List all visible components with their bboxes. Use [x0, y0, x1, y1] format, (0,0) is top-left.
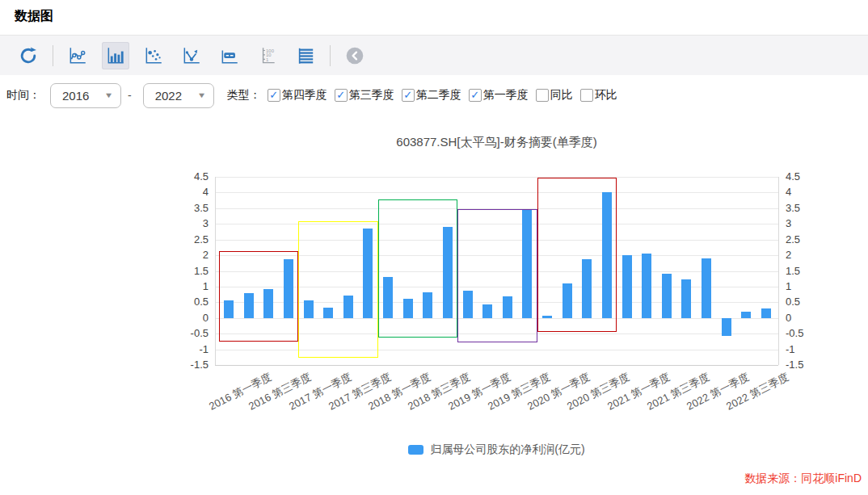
- chart-title: 603877.SH[太平鸟]-财务摘要(单季度): [215, 135, 778, 150]
- annotation-box-3: [378, 199, 458, 338]
- toolbar: 100101: [0, 36, 868, 76]
- refresh-icon[interactable]: [15, 42, 42, 69]
- year-to-value: 2022: [155, 89, 182, 103]
- y-axis-line: [215, 177, 216, 365]
- y-axis-tick-right: 1: [786, 279, 821, 294]
- scatter-chart-icon[interactable]: [140, 42, 167, 69]
- trend-line-icon[interactable]: [178, 42, 205, 69]
- bar-chart-icon[interactable]: [102, 42, 129, 69]
- type-checkbox-group: ✓第四季度✓第三季度✓第二季度✓第一季度同比环比: [268, 88, 617, 103]
- year-from-value: 2016: [62, 89, 89, 103]
- log-axis-icon[interactable]: 100101: [254, 42, 281, 69]
- chevron-down-icon: ▼: [196, 91, 206, 99]
- annotation-box-2: [298, 221, 378, 358]
- bar-2022 第三季度: [741, 312, 751, 318]
- checkbox-label: 第一季度: [483, 88, 529, 103]
- y-axis-line-right: [778, 177, 779, 365]
- y-axis-tick-left: -1: [173, 342, 209, 357]
- y-axis-tick-left: 0: [173, 311, 209, 325]
- range-separator: -: [128, 89, 132, 102]
- gridline: [215, 177, 778, 178]
- checkbox-label: 第三季度: [349, 88, 394, 103]
- y-axis-tick-left: 1: [173, 279, 209, 294]
- bar-2021 第四季度: [681, 279, 691, 318]
- y-axis-tick-left: 3: [173, 216, 209, 231]
- bar-2022 第一季度: [702, 258, 711, 318]
- y-axis-tick-right: 0: [786, 311, 821, 325]
- toolbar-icons: 100101: [0, 36, 868, 75]
- checkbox-checked-icon[interactable]: ✓: [268, 89, 280, 102]
- checkbox-unchecked-icon[interactable]: [536, 89, 549, 102]
- y-axis-tick-left: 0.5: [173, 295, 209, 309]
- svg-text:1: 1: [266, 57, 269, 61]
- year-from-select[interactable]: 2016 ▼: [50, 83, 121, 108]
- chevron-down-icon: ▼: [104, 91, 114, 99]
- legend-item[interactable]: 归属母公司股东的净利润(亿元): [408, 443, 584, 457]
- year-to-select[interactable]: 2022 ▼: [143, 83, 214, 108]
- type-checkbox-同比[interactable]: 同比: [536, 88, 573, 103]
- type-checkbox-第一季度[interactable]: ✓第一季度: [469, 88, 529, 103]
- annotation-box-1: [219, 251, 299, 342]
- page-title: 数据图: [15, 8, 53, 25]
- filter-bar: 时间： 2016 ▼ - 2022 ▼ 类型： ✓第四季度✓第三季度✓第二季度✓…: [0, 75, 868, 115]
- type-checkbox-环比[interactable]: 环比: [580, 88, 617, 103]
- toolbar-separator: [53, 45, 53, 66]
- y-axis-tick-right: -0.5: [786, 326, 821, 341]
- legend-marker-icon: [408, 445, 423, 455]
- collapse-icon[interactable]: [341, 42, 369, 69]
- checkbox-checked-icon[interactable]: ✓: [469, 89, 482, 102]
- y-axis-tick-right: 2.5: [786, 233, 821, 247]
- bar-2021 第一季度: [622, 255, 632, 318]
- y-axis-tick-left: 4: [173, 185, 209, 199]
- y-axis-tick-left: 2.5: [173, 233, 209, 247]
- annotation-box-4: [457, 209, 537, 342]
- y-axis-tick-left: 3.5: [173, 201, 209, 216]
- header: 数据图: [0, 0, 868, 36]
- bar-2021 第二季度: [642, 254, 651, 318]
- checkbox-unchecked-icon[interactable]: [580, 89, 593, 102]
- checkbox-label: 同比: [550, 88, 573, 103]
- checkbox-checked-icon[interactable]: ✓: [402, 89, 415, 102]
- checkbox-label: 第二季度: [416, 88, 461, 103]
- y-axis-tick-right: -1: [786, 342, 821, 357]
- toolbar-separator: [330, 45, 331, 66]
- gridline: [215, 365, 778, 366]
- y-axis-tick-left: -1.5: [173, 358, 209, 372]
- annotation-box-5: [537, 178, 617, 332]
- checkbox-checked-icon[interactable]: ✓: [335, 89, 348, 102]
- type-checkbox-第三季度[interactable]: ✓第三季度: [335, 88, 394, 103]
- y-axis-tick-left: -0.5: [173, 326, 209, 341]
- checkbox-label: 环比: [595, 88, 617, 103]
- page: 数据图 100101 时间： 2016 ▼ - 2022 ▼ 类型： ✓第四季度…: [0, 0, 868, 495]
- y-axis-tick-left: 4.5: [173, 170, 209, 184]
- y-axis-tick-right: 3.5: [786, 201, 821, 216]
- type-checkbox-第四季度[interactable]: ✓第四季度: [268, 88, 327, 103]
- time-label: 时间：: [6, 88, 40, 103]
- line-chart-icon[interactable]: [64, 42, 91, 69]
- y-axis-tick-right: 3: [786, 216, 821, 231]
- legend: 归属母公司股东的净利润(亿元): [215, 443, 778, 457]
- bar-2022 第二季度: [722, 318, 731, 337]
- data-table-icon[interactable]: [292, 42, 319, 69]
- bar-2021 第三季度: [662, 274, 672, 317]
- y-axis-tick-right: -1.5: [786, 358, 821, 372]
- legend-label: 归属母公司股东的净利润(亿元): [430, 443, 584, 457]
- type-label: 类型：: [227, 88, 261, 103]
- checkbox-label: 第四季度: [282, 88, 327, 103]
- data-source-note: 数据来源：同花顺iFinD: [744, 472, 862, 486]
- data-label-icon[interactable]: [216, 42, 243, 69]
- y-axis-tick-right: 0.5: [786, 295, 821, 309]
- gridline: [215, 192, 778, 193]
- bar-2022 第四季度: [761, 308, 771, 318]
- y-axis-tick-left: 1.5: [173, 264, 209, 279]
- y-axis-tick-right: 2: [786, 248, 821, 262]
- chart-area: 603877.SH[太平鸟]-财务摘要(单季度) 归属母公司股东的净利润(亿元)…: [0, 115, 868, 495]
- y-axis-tick-right: 4.5: [786, 170, 821, 184]
- y-axis-tick-right: 4: [786, 185, 821, 199]
- y-axis-tick-right: 1.5: [786, 264, 821, 279]
- y-axis-tick-left: 2: [173, 248, 209, 262]
- type-checkbox-第二季度[interactable]: ✓第二季度: [402, 88, 461, 103]
